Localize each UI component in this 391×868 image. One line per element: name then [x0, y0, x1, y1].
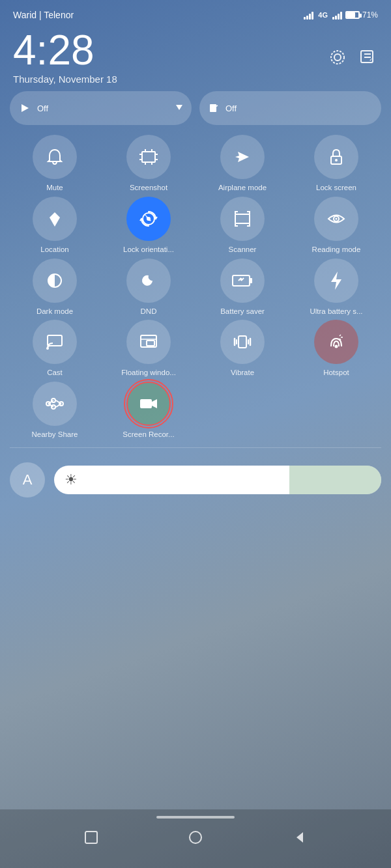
location-circle[interactable] [33, 197, 77, 241]
quick-grid-row3: Dark mode DND Battery saver [0, 259, 391, 316]
cast-label: Cast [47, 369, 63, 378]
floating-circle[interactable] [126, 320, 171, 364]
quick-item-screenshot[interactable]: Screenshot [104, 135, 194, 193]
section-divider [10, 447, 381, 448]
svg-line-45 [340, 335, 341, 336]
pill-left-label: Off [37, 104, 48, 113]
dnd-label: DND [141, 307, 157, 316]
pill-left[interactable]: Off [10, 91, 192, 125]
svg-rect-9 [142, 152, 155, 162]
svg-marker-5 [22, 104, 29, 112]
recent-icon [84, 830, 98, 845]
eye-icon [326, 209, 346, 229]
quick-item-floating[interactable]: Floating windo... [104, 320, 194, 378]
network-type: 4G [318, 11, 328, 19]
chevron-icon [176, 105, 182, 111]
brightness-slider[interactable]: ☀ [54, 466, 381, 494]
screenshot-circle[interactable] [126, 135, 171, 179]
quick-item-hotspot[interactable]: Hotspot [291, 320, 381, 378]
mute-circle[interactable] [33, 135, 77, 179]
video-icon [139, 394, 158, 413]
nearby-icon [45, 394, 65, 413]
svg-marker-57 [152, 399, 157, 408]
pill-right[interactable]: Off [199, 91, 381, 125]
brightness-icon: ☀ [65, 471, 78, 488]
nearby-circle[interactable] [33, 382, 77, 426]
svg-rect-58 [85, 832, 97, 843]
quick-item-nearby-share[interactable]: Nearby Share [10, 382, 100, 440]
quick-item-battery-saver[interactable]: Battery saver [197, 259, 287, 316]
quick-item-empty2 [291, 382, 381, 440]
vibrate-icon [232, 332, 253, 352]
svg-rect-23 [145, 214, 147, 217]
quick-item-mute[interactable]: Mute [10, 135, 100, 193]
svg-rect-29 [250, 278, 252, 283]
nav-bar [0, 809, 391, 868]
orientation-circle[interactable] [126, 197, 171, 241]
signal-icon [304, 10, 313, 20]
svg-rect-56 [140, 399, 152, 408]
status-bar: Warid | Telenor 4G 71% [0, 0, 391, 26]
battery-saver-circle[interactable] [220, 259, 265, 303]
settings-icon[interactable] [327, 47, 348, 68]
scanner-circle[interactable] [220, 197, 265, 241]
svg-point-0 [334, 54, 341, 61]
darkmode-circle[interactable] [33, 259, 77, 303]
battery-saver-icon [232, 272, 253, 290]
svg-point-26 [336, 217, 338, 219]
bottom-controls: A ☀ [0, 456, 391, 504]
reading-circle[interactable] [314, 197, 358, 241]
screenshot-label: Screenshot [130, 184, 167, 193]
airplane-circle[interactable] [220, 135, 265, 179]
nav-back-button[interactable] [290, 828, 310, 847]
svg-rect-24 [235, 214, 250, 223]
clock-date-group: 4:28 Thursday, November 18 [13, 29, 117, 85]
nav-home-indicator[interactable] [156, 816, 235, 819]
screen-record-label: Screen Recor... [123, 430, 174, 440]
lockscreen-circle[interactable] [314, 135, 358, 179]
floating-label: Floating windo... [121, 369, 176, 378]
quick-item-screen-record[interactable]: Screen Recor... [104, 382, 194, 440]
music-icon [209, 103, 219, 113]
quick-item-scanner[interactable]: Scanner [197, 197, 287, 255]
quick-item-airplane[interactable]: Airplane mode [197, 135, 287, 193]
quick-item-cast[interactable]: Cast [10, 320, 100, 378]
lock-icon [326, 147, 346, 167]
nav-home-button[interactable] [186, 828, 205, 847]
lockscreen-label: Lock screen [316, 184, 356, 193]
nav-buttons [0, 828, 391, 847]
quick-item-darkmode[interactable]: Dark mode [10, 259, 100, 316]
quick-item-vibrate[interactable]: Vibrate [197, 320, 287, 378]
clock-section: 4:28 Thursday, November 18 [0, 26, 391, 91]
quick-grid-row4: Cast Floating windo... Vibrate [0, 320, 391, 378]
svg-marker-6 [176, 105, 182, 110]
screenshot-icon [139, 147, 158, 167]
screen-record-circle[interactable] [126, 382, 171, 426]
quick-item-reading[interactable]: Reading mode [291, 197, 381, 255]
svg-rect-37 [147, 341, 154, 346]
edit-icon[interactable] [357, 47, 378, 68]
quick-item-lockscreen[interactable]: Lock screen [291, 135, 381, 193]
svg-rect-39 [239, 336, 246, 348]
hotspot-circle[interactable] [314, 320, 358, 364]
mute-label: Mute [46, 184, 63, 193]
ultra-battery-circle[interactable] [314, 259, 358, 303]
brightness-fill [289, 466, 381, 494]
quick-grid-row2: Location Lock orientati... [0, 197, 391, 255]
vibrate-circle[interactable] [220, 320, 265, 364]
floating-icon [139, 332, 158, 352]
darkmode-icon [46, 272, 64, 290]
svg-point-1 [331, 51, 344, 64]
dnd-circle[interactable] [126, 259, 171, 303]
quick-item-location[interactable]: Location [10, 197, 100, 255]
avatar[interactable]: A [10, 462, 45, 497]
svg-point-59 [190, 832, 201, 843]
svg-point-35 [46, 347, 49, 350]
bell-icon [45, 147, 65, 167]
cast-circle[interactable] [33, 320, 77, 364]
quick-item-orientation[interactable]: Lock orientati... [104, 197, 194, 255]
signal-icon-2 [332, 10, 342, 20]
quick-item-dnd[interactable]: DND [104, 259, 194, 316]
quick-item-ultra-battery[interactable]: Ultra battery s... [291, 259, 381, 316]
nav-recent-button[interactable] [81, 828, 101, 847]
